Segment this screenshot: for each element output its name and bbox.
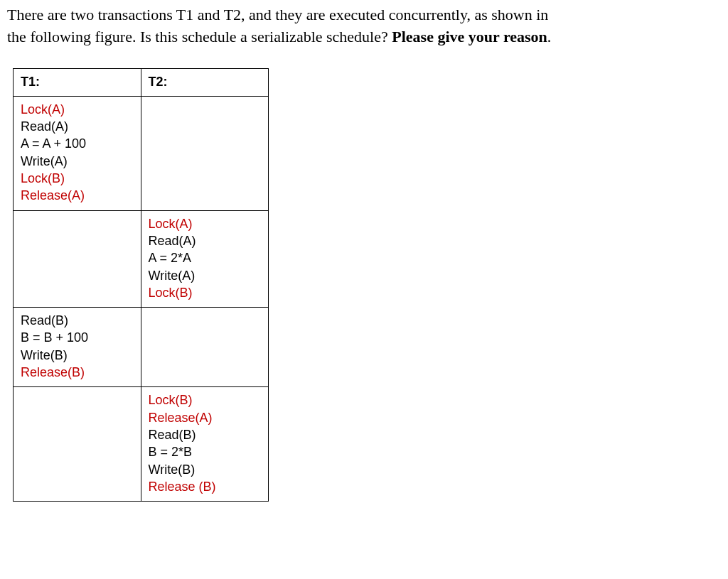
header-t1: T1: bbox=[14, 68, 141, 96]
question-line1: There are two transactions T1 and T2, an… bbox=[7, 6, 548, 23]
question-line2c: . bbox=[547, 28, 552, 45]
question-line2b: Please give your reason bbox=[392, 28, 547, 45]
step3-t2 bbox=[141, 308, 269, 387]
header-t2: T2: bbox=[141, 68, 269, 96]
step4-t2: Lock(B) Release(A) Read(B) B = 2*B Write… bbox=[141, 387, 269, 502]
step4-t1 bbox=[14, 387, 141, 502]
table-row: Lock(B) Release(A) Read(B) B = 2*B Write… bbox=[14, 387, 269, 502]
table-row: Lock(A) Read(A) A = A + 100 Write(A) Loc… bbox=[14, 96, 269, 210]
step3-t1: Read(B) B = B + 100 Write(B) Release(B) bbox=[14, 308, 141, 387]
table-row: Read(B) B = B + 100 Write(B) Release(B) bbox=[14, 308, 269, 387]
question-line2a: the following figure. Is this schedule a… bbox=[7, 28, 392, 45]
table-row: Lock(A) Read(A) A = 2*A Write(A) Lock(B) bbox=[14, 210, 269, 307]
step1-t2 bbox=[141, 96, 269, 210]
table-header-row: T1: T2: bbox=[14, 68, 269, 96]
step2-t2: Lock(A) Read(A) A = 2*A Write(A) Lock(B) bbox=[141, 210, 269, 307]
step1-t1: Lock(A) Read(A) A = A + 100 Write(A) Loc… bbox=[14, 96, 141, 210]
step2-t1 bbox=[14, 210, 141, 307]
question-text: There are two transactions T1 and T2, an… bbox=[7, 4, 721, 48]
schedule-table: T1: T2: Lock(A) Read(A) A = A + 100 Writ… bbox=[13, 68, 269, 502]
